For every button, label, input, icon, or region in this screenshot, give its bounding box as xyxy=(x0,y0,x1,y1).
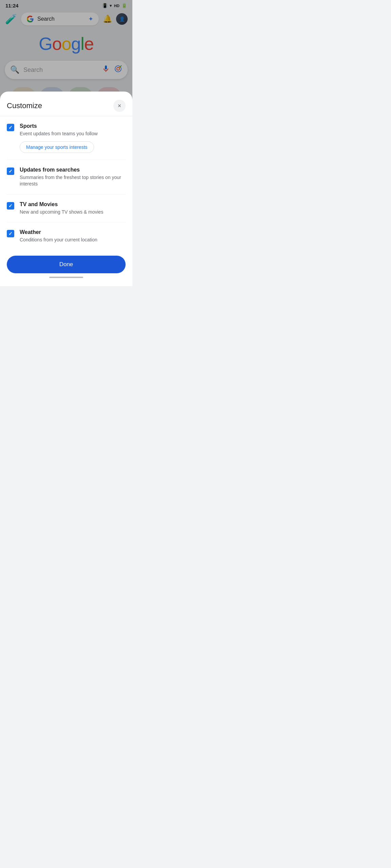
updates-item-desc: Summaries from the freshest top stories … xyxy=(20,174,126,188)
sheet-header: Customize × xyxy=(0,97,132,116)
updates-item-content: Updates from searches Summaries from the… xyxy=(20,167,126,188)
tv-checkbox[interactable]: ✓ xyxy=(7,202,14,210)
close-icon: × xyxy=(118,102,122,110)
tv-item: ✓ TV and Movies New and upcoming TV show… xyxy=(7,195,126,223)
sheet-handle xyxy=(0,92,132,97)
updates-item: ✓ Updates from searches Summaries from t… xyxy=(7,160,126,195)
sports-item: ✓ Sports Event updates from teams you fo… xyxy=(7,116,126,160)
sheet-content: ✓ Sports Event updates from teams you fo… xyxy=(0,116,132,250)
updates-item-title: Updates from searches xyxy=(20,167,126,173)
weather-item-title: Weather xyxy=(20,229,126,235)
sports-item-desc: Event updates from teams you follow xyxy=(20,131,126,137)
weather-item-desc: Conditions from your current location xyxy=(20,237,126,243)
tv-item-desc: New and upcoming TV shows & movies xyxy=(20,209,126,216)
weather-checkmark: ✓ xyxy=(8,231,13,236)
sports-item-title: Sports xyxy=(20,123,126,129)
bottom-sheet: Customize × ✓ Sports Event updates from … xyxy=(0,92,132,286)
weather-item-content: Weather Conditions from your current loc… xyxy=(20,229,126,243)
weather-item: ✓ Weather Conditions from your current l… xyxy=(7,222,126,250)
sheet-title: Customize xyxy=(7,101,42,110)
done-button[interactable]: Done xyxy=(7,256,126,273)
sports-checkmark: ✓ xyxy=(8,125,13,130)
home-bar xyxy=(49,277,83,278)
weather-checkbox[interactable]: ✓ xyxy=(7,230,14,237)
sports-item-content: Sports Event updates from teams you foll… xyxy=(20,123,126,153)
sports-checkbox[interactable]: ✓ xyxy=(7,124,14,131)
tv-item-title: TV and Movies xyxy=(20,201,126,208)
close-button[interactable]: × xyxy=(113,100,126,112)
tv-item-content: TV and Movies New and upcoming TV shows … xyxy=(20,201,126,216)
updates-checkmark: ✓ xyxy=(8,169,13,174)
tv-checkmark: ✓ xyxy=(8,203,13,209)
home-indicator xyxy=(0,273,132,279)
updates-checkbox[interactable]: ✓ xyxy=(7,167,14,175)
manage-sports-button[interactable]: Manage your sports interests xyxy=(20,141,94,153)
